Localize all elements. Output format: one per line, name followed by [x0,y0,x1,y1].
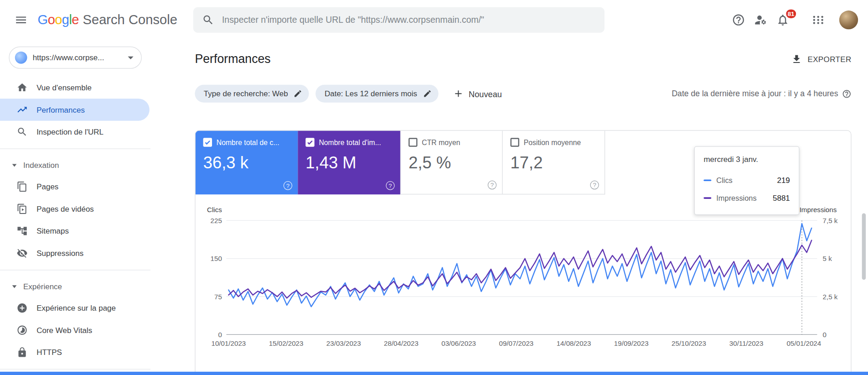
sidebar-item-label: Pages [36,182,58,191]
impressions-series-swatch [703,197,711,199]
app-logo[interactable]: Google Search Console [38,12,177,27]
last-update-text: Date de la dernière mise à jour : il y a… [672,89,838,98]
sidebar-item-label: Expérience sur la page [36,303,116,312]
tooltip-value: 219 [777,176,790,184]
sidebar-divider [0,270,150,270]
metric-label: CTR moyen [422,138,460,146]
line-chart-canvas[interactable]: 2257,5 k1505 k752,5 k00ClicsImpressions1… [196,201,851,375]
sidebar-item-removals[interactable]: Suppressions [0,242,150,265]
clicks-series-swatch [703,179,711,181]
svg-text:0: 0 [823,331,827,339]
metric-card-average-ctr[interactable]: CTR moyen 2,5 % ? [400,131,503,195]
trending-up-icon [16,104,27,115]
metric-value: 36,3 k [203,153,290,172]
help-button[interactable] [728,9,750,31]
metric-card-total-clicks[interactable]: Nombre total de c... 36,3 k ? [196,131,298,195]
sidebar: https://www.corpse... Vue d'ensemble Per… [0,39,150,375]
tooltip-value: 5881 [773,193,790,202]
tooltip-date: mercredi 3 janv. [703,155,790,163]
sidebar-item-sitemaps[interactable]: Sitemaps [0,220,150,242]
sidebar-item-video-pages[interactable]: Pages de vidéos [0,198,150,220]
sidebar-divider [0,369,150,370]
lock-icon [16,347,27,358]
url-inspection-search-bar[interactable] [193,7,604,33]
edit-pencil-icon [423,89,431,98]
svg-text:25/10/2023: 25/10/2023 [672,339,706,347]
svg-text:Clics: Clics [207,206,222,214]
bottom-accent-bar [0,372,868,375]
sidebar-item-overview[interactable]: Vue d'ensemble [0,77,150,99]
sidebar-item-page-experience[interactable]: Expérience sur la page [0,297,150,319]
notifications-button[interactable]: 81 [772,9,794,31]
svg-text:19/09/2023: 19/09/2023 [614,339,649,347]
property-selector[interactable]: https://www.corpse... [9,47,141,69]
metric-card-total-impressions[interactable]: Nombre total d'im... 1,43 M ? [298,131,400,195]
svg-text:75: 75 [214,293,222,301]
sidebar-item-label: Core Web Vitals [36,326,92,334]
home-icon [16,82,27,93]
filter-chip-search-type[interactable]: Type de recherche: Web [195,85,309,103]
metric-card-average-position[interactable]: Position moyenne 17,2 ? [503,131,605,195]
sidebar-item-https[interactable]: HTTPS [0,341,150,364]
manage-users-button[interactable] [749,9,772,31]
sidebar-item-performances[interactable]: Performances [0,99,150,121]
tooltip-row-clicks: Clics 219 [703,171,790,189]
collapse-caret-icon [12,285,17,288]
checkbox-unchecked-icon[interactable] [511,138,519,146]
svg-text:28/04/2023: 28/04/2023 [384,339,418,347]
new-filter-button[interactable]: Nouveau [453,88,502,99]
metric-value: 2,5 % [408,153,494,172]
export-button[interactable]: EXPORTER [791,54,852,65]
performance-card: Nombre total de c... 36,3 k ? Nombre tot… [195,130,851,375]
page-scrollbar[interactable] [862,214,866,280]
eye-off-icon [16,248,27,259]
metric-value: 17,2 [511,153,597,172]
sidebar-item-core-web-vitals[interactable]: Core Web Vitals [0,319,150,341]
product-name: Search Console [83,12,177,27]
svg-text:0: 0 [218,331,222,339]
filter-bar: Type de recherche: Web Date: Les 12 dern… [195,85,851,103]
svg-text:2,5 k: 2,5 k [823,293,838,301]
page-title: Performances [195,52,270,67]
search-icon [202,14,214,26]
performance-chart[interactable]: 2257,5 k1505 k752,5 k00ClicsImpressions1… [196,201,851,375]
sidebar-section-indexation[interactable]: Indexation [0,155,150,176]
help-icon[interactable]: ? [590,181,599,189]
help-icon[interactable]: ? [284,181,292,190]
hamburger-icon [15,13,28,26]
tooltip-label: Impressions [716,193,768,202]
main-content: Performances EXPORTER Type de recherche:… [150,39,868,375]
filter-chip-date-range[interactable]: Date: Les 12 derniers mois [315,85,438,103]
svg-text:09/07/2023: 09/07/2023 [499,339,533,347]
hamburger-menu-button[interactable] [9,7,33,31]
help-icon[interactable]: ? [488,181,496,189]
sidebar-item-url-inspection[interactable]: Inspection de l'URL [0,121,150,143]
topbar: Google Search Console 81 [0,0,868,39]
checkbox-unchecked-icon[interactable] [408,138,417,146]
topbar-actions: 81 [728,9,868,31]
help-icon[interactable] [842,89,852,99]
chevron-down-icon [128,56,134,59]
plus-icon [453,88,464,99]
svg-text:15/02/2023: 15/02/2023 [269,339,304,347]
edit-pencil-icon [294,89,302,98]
help-icon [732,13,745,26]
site-favicon [15,52,27,64]
svg-text:225: 225 [211,217,222,224]
google-apps-button[interactable] [807,9,829,31]
sidebar-item-pages[interactable]: Pages [0,176,150,198]
checkbox-checked-icon[interactable] [305,138,314,146]
sidebar-section-experience[interactable]: Expérience [0,276,150,297]
search-input[interactable] [222,15,596,25]
help-icon[interactable]: ? [386,181,394,190]
google-wordmark: Google [38,12,79,27]
sidebar-divider [0,148,150,149]
user-avatar[interactable] [839,10,858,29]
section-label: Expérience [23,282,62,291]
pages-icon [16,181,27,192]
sidebar-item-label: Pages de vidéos [36,204,94,213]
metric-label: Nombre total de c... [217,138,279,146]
checkbox-checked-icon[interactable] [203,138,212,146]
last-update-info: Date de la dernière mise à jour : il y a… [672,89,851,99]
metric-label: Position moyenne [524,138,581,146]
